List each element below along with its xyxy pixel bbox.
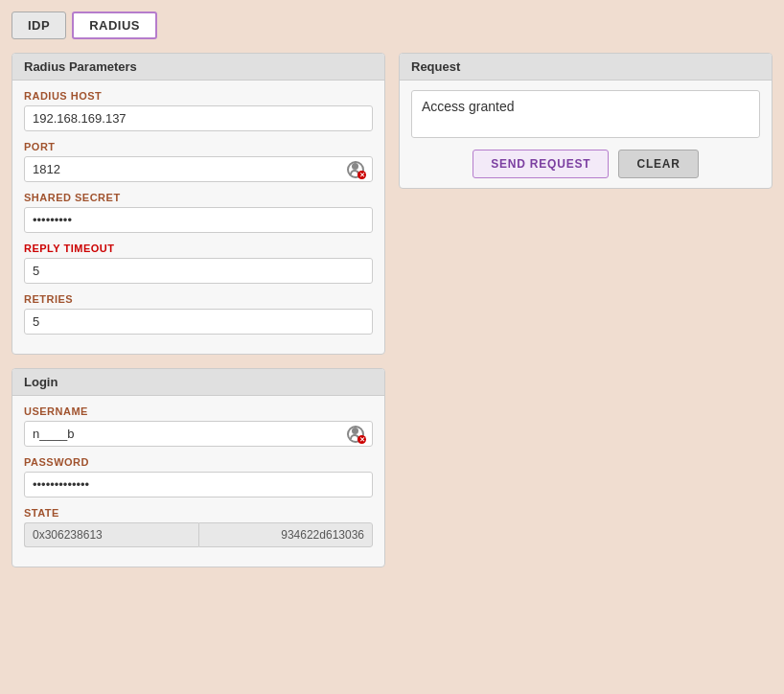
retries-field-section: RETRIES <box>24 293 373 335</box>
username-input-wrap: ✕ <box>24 421 373 447</box>
username-input[interactable] <box>24 421 373 447</box>
request-card: Request Access granted SEND REQUEST CLEA… <box>399 53 772 189</box>
port-input-wrap: ✕ <box>24 156 373 182</box>
password-field-section: PASSWORD <box>24 456 373 497</box>
username-person-icon[interactable]: ✕ <box>346 424 367 445</box>
radius-params-title: Radius Parameters <box>12 54 384 81</box>
host-field-section: RADIUS HOST <box>24 90 373 131</box>
tab-idp[interactable]: IDP <box>12 12 66 39</box>
retries-input[interactable] <box>24 309 373 335</box>
retries-label: RETRIES <box>24 293 373 305</box>
state-row <box>24 522 373 547</box>
radius-params-card: Radius Parameters RADIUS HOST PORT <box>12 53 385 355</box>
left-panel: Radius Parameters RADIUS HOST PORT <box>12 53 385 567</box>
timeout-input[interactable] <box>24 258 373 284</box>
port-field-section: PORT ✕ <box>24 141 373 182</box>
host-label: RADIUS HOST <box>24 90 373 102</box>
username-label: USERNAME <box>24 405 373 417</box>
main-layout: Radius Parameters RADIUS HOST PORT <box>12 53 772 567</box>
state-input-left <box>24 522 198 547</box>
tab-radius[interactable]: RADIUS <box>72 12 157 39</box>
clear-button[interactable]: CLEAR <box>618 150 698 178</box>
tab-bar: IDP RADIUS <box>12 12 772 39</box>
state-field-section: STATE <box>24 507 373 547</box>
username-field-section: USERNAME ✕ <box>24 405 373 447</box>
login-card: Login USERNAME ✕ <box>12 368 385 567</box>
timeout-label: REPLY TIMEOUT <box>24 243 373 254</box>
secret-field-section: SHARED SECRET <box>24 192 373 233</box>
request-body: Access granted SEND REQUEST CLEAR <box>400 81 772 188</box>
login-title: Login <box>12 369 384 396</box>
secret-input[interactable] <box>24 207 373 233</box>
state-input-right <box>198 522 374 547</box>
request-btn-row: SEND REQUEST CLEAR <box>411 150 760 178</box>
login-body: USERNAME ✕ <box>12 396 384 567</box>
password-input[interactable] <box>24 472 373 497</box>
port-person-icon[interactable]: ✕ <box>346 159 367 180</box>
right-panel: Request Access granted SEND REQUEST CLEA… <box>399 53 772 189</box>
request-title: Request <box>400 54 772 81</box>
timeout-field-section: REPLY TIMEOUT <box>24 243 373 284</box>
state-label: STATE <box>24 507 373 519</box>
response-text: Access granted <box>411 90 760 138</box>
radius-params-body: RADIUS HOST PORT ✕ <box>12 81 384 354</box>
port-label: PORT <box>24 141 373 152</box>
send-request-button[interactable]: SEND REQUEST <box>473 150 609 178</box>
secret-label: SHARED SECRET <box>24 192 373 203</box>
port-input[interactable] <box>24 156 373 182</box>
password-label: PASSWORD <box>24 456 373 468</box>
host-input[interactable] <box>24 105 373 131</box>
